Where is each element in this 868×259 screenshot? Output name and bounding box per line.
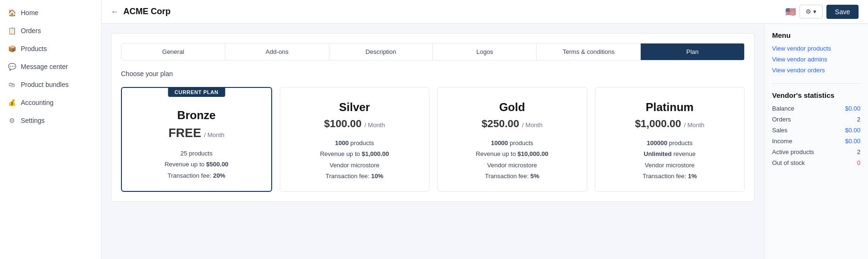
stat-label-balance: Balance xyxy=(772,105,794,112)
gear-icon: ⚙ xyxy=(806,8,811,15)
stat-income: Income $0.00 xyxy=(772,138,860,145)
menu-link-vendor-orders[interactable]: View vendor orders xyxy=(772,67,860,74)
price-period-platinum: / Month xyxy=(684,121,705,129)
settings-button[interactable]: ⚙ ▾ xyxy=(799,5,823,18)
stat-label-orders: Orders xyxy=(772,116,791,123)
plan-name-silver: Silver xyxy=(290,101,420,114)
plan-platinum: Platinum $1,000.00 / Month 100000 produc… xyxy=(595,87,745,192)
feature-row: 100000 products xyxy=(605,138,735,148)
menu-section: Menu View vendor products View vendor ad… xyxy=(772,31,860,74)
menu-link-vendor-admins[interactable]: View vendor admins xyxy=(772,56,860,63)
plan-price-gold: $250.00 / Month xyxy=(447,118,577,130)
plan-name-platinum: Platinum xyxy=(605,101,735,114)
plan-features-platinum: 100000 products Unlimited revenue Vendor… xyxy=(605,138,735,182)
plan-price-bronze: FREE / Month xyxy=(131,126,262,140)
main-area: ← ACME Corp 🇺🇸 ⚙ ▾ Save General Add-ons … xyxy=(102,0,868,259)
tab-logos[interactable]: Logos xyxy=(432,43,536,60)
feature-row: Vendor microstore xyxy=(290,160,420,171)
header-left: ← ACME Corp xyxy=(111,7,171,17)
section-title: Choose your plan xyxy=(121,70,745,78)
sidebar-item-settings[interactable]: ⚙ Settings xyxy=(0,112,101,130)
plan-gold: Gold $250.00 / Month 10000 products Reve… xyxy=(437,87,587,192)
settings-icon: ⚙ xyxy=(8,116,16,125)
tab-terms[interactable]: Terms & conditions xyxy=(536,43,640,60)
tab-general[interactable]: General xyxy=(121,43,225,60)
accounting-icon: 💰 xyxy=(8,98,16,107)
stat-balance: Balance $0.00 xyxy=(772,105,860,112)
stat-value-out-of-stock: 0 xyxy=(857,159,860,166)
feature-row: 25 products xyxy=(131,148,262,159)
product-bundles-icon: 🛍 xyxy=(8,80,16,89)
content-area: General Add-ons Description Logos Terms … xyxy=(102,24,868,259)
feature-row: Transaction fee: 20% xyxy=(131,170,262,181)
sidebar-item-home[interactable]: 🏠 Home xyxy=(0,4,101,22)
page-title: ACME Corp xyxy=(123,7,171,17)
feature-row: Vendor microstore xyxy=(605,160,735,171)
stat-sales: Sales $0.00 xyxy=(772,127,860,134)
stat-value-orders: 2 xyxy=(857,116,860,123)
feature-row: Transaction fee: 5% xyxy=(447,171,577,181)
price-value-silver: $100.00 xyxy=(324,118,362,130)
header-right: 🇺🇸 ⚙ ▾ Save xyxy=(785,5,859,19)
feature-row: Transaction fee: 1% xyxy=(605,171,735,181)
stats-title: Vendor's statistics xyxy=(772,91,860,99)
products-icon: 📦 xyxy=(8,44,16,53)
stat-label-active-products: Active products xyxy=(772,148,814,155)
plan-features-gold: 10000 products Revenue up to $10,000.00 … xyxy=(447,138,577,182)
feature-row: Unlimited revenue xyxy=(605,148,735,159)
menu-title: Menu xyxy=(772,31,860,39)
feature-row: Revenue up to $1,000.00 xyxy=(290,148,420,159)
language-flag[interactable]: 🇺🇸 xyxy=(785,7,796,17)
sidebar: 🏠 Home 📋 Orders 📦 Products 💬 Message cen… xyxy=(0,0,102,259)
sidebar-item-label: Message center xyxy=(21,63,68,70)
stat-active-products: Active products 2 xyxy=(772,148,860,155)
settings-dropdown-icon: ▾ xyxy=(813,8,816,15)
tab-description[interactable]: Description xyxy=(329,43,433,60)
main-content: General Add-ons Description Logos Terms … xyxy=(102,24,764,259)
price-period-gold: / Month xyxy=(522,121,542,129)
page-header: ← ACME Corp 🇺🇸 ⚙ ▾ Save xyxy=(102,0,868,24)
sidebar-item-label: Settings xyxy=(21,117,45,124)
menu-link-vendor-products[interactable]: View vendor products xyxy=(772,45,860,52)
tab-plan[interactable]: Plan xyxy=(640,43,744,60)
tab-addons[interactable]: Add-ons xyxy=(225,43,329,60)
feature-row: Vendor microstore xyxy=(447,160,577,171)
stat-label-sales: Sales xyxy=(772,127,788,134)
price-value-platinum: $1,000.00 xyxy=(635,118,681,130)
panel-divider xyxy=(772,83,860,84)
feature-row: Revenue up to $500.00 xyxy=(131,159,262,170)
sidebar-item-label: Orders xyxy=(21,27,41,35)
current-plan-badge: CURRENT PLAN xyxy=(168,87,225,97)
price-value-bronze: FREE xyxy=(168,126,201,140)
price-value-gold: $250.00 xyxy=(481,118,519,130)
stat-value-sales: $0.00 xyxy=(845,127,860,134)
plan-card-container: General Add-ons Description Logos Terms … xyxy=(111,33,755,202)
feature-row: Transaction fee: 10% xyxy=(290,171,420,181)
stat-value-balance: $0.00 xyxy=(845,105,860,112)
tabs: General Add-ons Description Logos Terms … xyxy=(121,43,745,60)
feature-row: 1000 products xyxy=(290,138,420,148)
plan-silver: Silver $100.00 / Month 1000 products Rev… xyxy=(280,87,430,192)
sidebar-item-label: Home xyxy=(21,9,38,17)
price-period-bronze: / Month xyxy=(204,131,224,138)
sidebar-item-label: Accounting xyxy=(21,99,53,106)
sidebar-item-accounting[interactable]: 💰 Accounting xyxy=(0,94,101,112)
orders-icon: 📋 xyxy=(8,26,16,35)
save-button[interactable]: Save xyxy=(826,5,859,19)
back-button[interactable]: ← xyxy=(111,8,119,16)
sidebar-item-message-center[interactable]: 💬 Message center xyxy=(0,58,101,76)
plan-features-silver: 1000 products Revenue up to $1,000.00 Ve… xyxy=(290,138,420,182)
sidebar-item-product-bundles[interactable]: 🛍 Product bundles xyxy=(0,76,101,94)
feature-row: Revenue up to $10,000.00 xyxy=(447,148,577,159)
plan-name-bronze: Bronze xyxy=(131,109,262,122)
stat-value-active-products: 2 xyxy=(857,148,860,155)
stat-out-of-stock: Out of stock 0 xyxy=(772,159,860,166)
stat-value-income: $0.00 xyxy=(845,138,860,145)
plans-grid: CURRENT PLAN Bronze FREE / Month 25 prod… xyxy=(121,87,745,192)
sidebar-item-orders[interactable]: 📋 Orders xyxy=(0,22,101,40)
home-icon: 🏠 xyxy=(8,9,16,17)
sidebar-item-label: Product bundles xyxy=(21,81,69,88)
sidebar-item-products[interactable]: 📦 Products xyxy=(0,40,101,58)
plan-name-gold: Gold xyxy=(447,101,577,114)
stat-label-income: Income xyxy=(772,138,792,145)
